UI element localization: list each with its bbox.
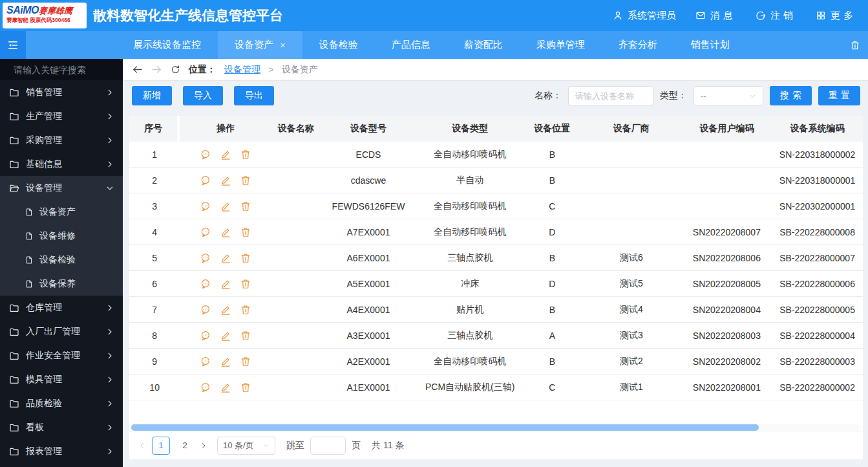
sidebar-subitem[interactable]: 设备资产 [0, 200, 123, 224]
device-name-input[interactable] [568, 86, 653, 105]
sidebar-subitem-label: 设备资产 [39, 206, 76, 218]
tab-2[interactable]: 设备检验 [302, 31, 375, 59]
folder-icon [9, 398, 19, 409]
refresh-icon[interactable] [171, 65, 180, 74]
sidebar-item-label: 看板 [26, 422, 100, 433]
detail-button[interactable] [200, 356, 211, 367]
sidebar-item[interactable]: 模具管理 [0, 367, 123, 391]
delete-button[interactable] [240, 304, 251, 316]
prev-page-icon[interactable] [138, 442, 146, 450]
edit-button[interactable] [220, 382, 231, 393]
sidebar-item[interactable]: 基础信息 [0, 152, 123, 176]
edit-button[interactable] [220, 278, 231, 290]
jump-page-input[interactable] [310, 437, 346, 455]
sidebar-item[interactable]: 销售管理 [0, 80, 123, 104]
detail-button[interactable] [200, 201, 211, 212]
delete-button[interactable] [240, 226, 251, 238]
detail-button[interactable] [200, 226, 211, 238]
clear-tabs-button[interactable] [842, 31, 868, 59]
table-body: 1ECDS全自动移印喷码机BSN-2203180000022cdascwe半自动… [129, 142, 863, 400]
sidebar-item[interactable]: 采购管理 [0, 128, 123, 152]
page-suffix-label: 页 [352, 440, 361, 451]
sidebar-item[interactable]: 品质检验 [0, 391, 123, 415]
next-page-icon[interactable] [200, 442, 207, 450]
comment-icon [200, 175, 211, 186]
detail-button[interactable] [200, 278, 211, 290]
table-header-row: 序号操作设备名称设备型号设备类型设备位置设备厂商设备用户编码设备系统编码 [129, 116, 863, 142]
detail-button[interactable] [200, 382, 211, 393]
delete-button[interactable] [240, 330, 251, 342]
user-menu[interactable]: 系统管理员 [613, 10, 676, 22]
tab-5[interactable]: 采购单管理 [520, 31, 602, 59]
sidebar-item[interactable]: 作业安全管理 [0, 343, 123, 367]
edit-button[interactable] [220, 330, 231, 342]
sidebar-item[interactable]: 入厂出厂管理 [0, 320, 123, 343]
search-button[interactable]: 搜索 [770, 86, 812, 105]
chevron-right-icon [106, 113, 114, 120]
sidebar-item[interactable]: 设备管理 [0, 176, 123, 200]
cell-device-type: 三轴点胶机 [417, 323, 524, 348]
page-button-2[interactable]: 2 [176, 437, 194, 455]
sidebar-item[interactable]: 看板 [0, 415, 123, 439]
tab-4[interactable]: 薪资配比 [447, 31, 520, 59]
edit-button[interactable] [220, 149, 231, 160]
tab-0[interactable]: 展示线设备监控 [116, 31, 218, 59]
messages-button[interactable]: 消息 [695, 10, 736, 22]
sidebar-item[interactable]: 报表管理 [0, 439, 123, 463]
edit-button[interactable] [220, 356, 231, 367]
sidebar-subitem[interactable]: 设备保养 [0, 272, 123, 296]
tab-1[interactable]: 设备资产× [218, 31, 302, 59]
more-button[interactable]: 更多 [816, 10, 856, 22]
detail-button[interactable] [200, 330, 211, 342]
import-button[interactable]: 导入 [183, 86, 223, 105]
cell-device-name [271, 245, 320, 270]
delete-button[interactable] [240, 201, 251, 212]
delete-button[interactable] [240, 175, 251, 186]
chevron-right-icon [106, 424, 114, 431]
sidebar-item[interactable]: 仓库管理 [0, 296, 123, 320]
add-button[interactable]: 新增 [132, 86, 172, 105]
forward-icon[interactable] [151, 64, 162, 75]
detail-button[interactable] [200, 304, 211, 316]
sidebar-subitem[interactable]: 设备维修 [0, 224, 123, 248]
delete-button[interactable] [240, 382, 251, 393]
edit-button[interactable] [220, 175, 231, 186]
edit-button[interactable] [220, 252, 231, 264]
sidebar-search-input[interactable] [14, 65, 123, 75]
cell-device-location: B [523, 245, 581, 270]
edit-button[interactable] [220, 304, 231, 316]
collapse-sidebar-button[interactable] [0, 31, 26, 59]
cell-device-type: 冲床 [417, 271, 524, 296]
delete-button[interactable] [240, 149, 251, 160]
sidebar-item[interactable]: 生产管理 [0, 104, 123, 128]
reset-button[interactable]: 重置 [818, 86, 860, 105]
tab-7[interactable]: 销售计划 [674, 31, 746, 59]
logout-button[interactable]: 注销 [756, 10, 796, 22]
delete-button[interactable] [240, 278, 251, 290]
device-type-select[interactable]: -- [693, 86, 763, 105]
delete-button[interactable] [240, 356, 251, 367]
edit-button[interactable] [220, 226, 231, 238]
page-size-select[interactable]: 10 条/页 [217, 437, 275, 455]
detail-button[interactable] [200, 149, 211, 160]
tab-3[interactable]: 产品信息 [375, 31, 447, 59]
tab-6[interactable]: 齐套分析 [602, 31, 674, 59]
table-row: 2cdascwe半自动BSN-220318000001 [129, 168, 863, 193]
cell-device-location: C [523, 193, 581, 219]
file-icon [25, 255, 34, 265]
edit-button[interactable] [220, 201, 231, 212]
detail-button[interactable] [200, 252, 211, 264]
table-row: 8A3EX0001三轴点胶机A测试3SN20220208003SB-220228… [129, 323, 863, 349]
export-button[interactable]: 导出 [234, 86, 274, 105]
delete-button[interactable] [240, 252, 251, 264]
close-tab-icon[interactable]: × [280, 39, 286, 50]
back-icon[interactable] [132, 64, 143, 75]
mail-icon [695, 10, 706, 21]
page-button-1[interactable]: 1 [152, 437, 170, 455]
sidebar-item-label: 仓库管理 [26, 302, 100, 314]
sidebar-item-label: 模具管理 [26, 374, 100, 386]
sidebar-subitem[interactable]: 设备检验 [0, 248, 123, 272]
scrollbar-thumb[interactable] [131, 424, 759, 431]
breadcrumb-parent-link[interactable]: 设备管理 [224, 64, 260, 76]
detail-button[interactable] [200, 175, 211, 186]
